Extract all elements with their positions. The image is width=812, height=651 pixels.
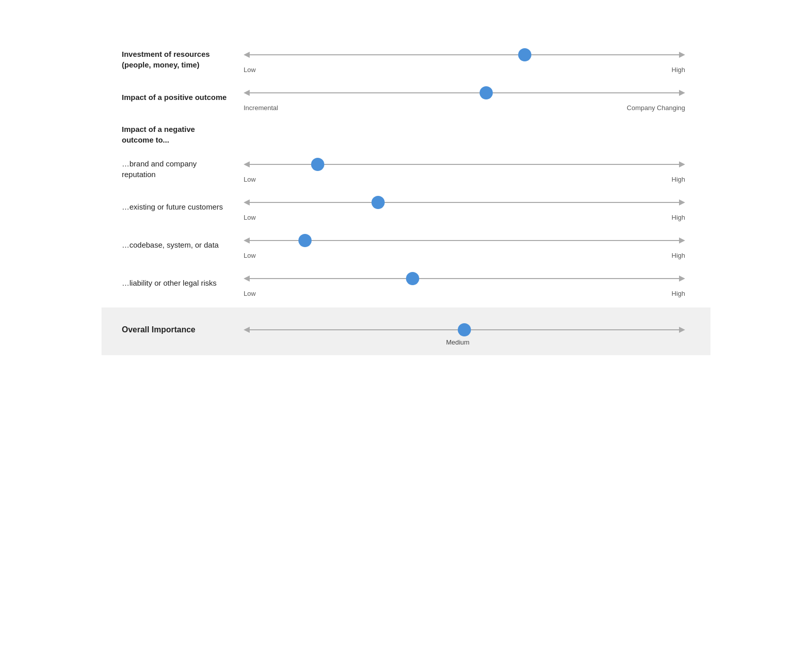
end-labels-positive-outcome: IncrementalCompany Changing [239, 104, 690, 112]
axis-codebase [239, 230, 690, 251]
slider-codebase: LowHigh [239, 230, 690, 259]
dot-investment[interactable] [518, 48, 531, 61]
left-label-positive-outcome: Incremental [244, 104, 278, 112]
arrow-left-codebase [244, 237, 250, 244]
arrow-left-investment [244, 52, 250, 58]
end-labels-investment: LowHigh [239, 66, 690, 74]
axis-positive-outcome [239, 83, 690, 103]
overall-dot-label: Medium [446, 338, 469, 346]
left-label-investment: Low [244, 66, 256, 74]
row-investment: Investment of resources (people, money, … [122, 36, 690, 74]
arrow-right-customers [679, 199, 685, 205]
row-customers: …existing or future customersLowHigh [122, 183, 690, 221]
label-brand: …brand and company reputation [122, 158, 239, 180]
left-label-brand: Low [244, 176, 256, 183]
left-label-codebase: Low [244, 252, 256, 259]
dot-brand[interactable] [311, 158, 324, 171]
axis-brand [239, 154, 690, 175]
right-label-positive-outcome: Company Changing [627, 104, 685, 112]
arrow-right-positive-outcome [679, 90, 685, 96]
negative-section-header: Impact of a negative outcome to... [122, 112, 690, 145]
dot-codebase[interactable] [298, 234, 312, 247]
arrow-right-codebase [679, 237, 685, 244]
overall-row: Overall Importance Medium [122, 320, 690, 340]
right-label-brand: High [671, 176, 685, 183]
slider-customers: LowHigh [239, 192, 690, 221]
dot-positive-outcome[interactable] [480, 86, 493, 99]
right-label-codebase: High [671, 252, 685, 259]
row-liability: …liability or other legal risksLowHigh [122, 259, 690, 297]
axis-investment [239, 45, 690, 65]
right-label-customers: High [671, 214, 685, 221]
row-codebase: …codebase, system, or dataLowHigh [122, 221, 690, 259]
axis-customers [239, 192, 690, 213]
overall-arrow-right [679, 327, 685, 333]
left-label-liability: Low [244, 290, 256, 297]
slider-positive-outcome: IncrementalCompany Changing [239, 83, 690, 112]
end-labels-customers: LowHigh [239, 214, 690, 221]
axis-liability [239, 268, 690, 289]
label-positive-outcome: Impact of a positive outcome [122, 92, 239, 102]
axis-line-positive-outcome [249, 92, 680, 93]
axis-line-liability [249, 278, 680, 279]
label-investment: Investment of resources (people, money, … [122, 49, 239, 70]
arrow-right-brand [679, 161, 685, 167]
overall-axis: Medium [239, 320, 690, 340]
label-codebase: …codebase, system, or data [122, 239, 239, 250]
row-positive-outcome: Impact of a positive outcomeIncrementalC… [122, 74, 690, 112]
negative-section-label: Impact of a negative outcome to... [122, 124, 239, 145]
arrow-right-investment [679, 52, 685, 58]
arrow-left-brand [244, 161, 250, 167]
end-labels-codebase: LowHigh [239, 252, 690, 259]
overall-arrow-left [244, 327, 250, 333]
label-customers: …existing or future customers [122, 201, 239, 212]
overall-slider: Medium [239, 320, 690, 340]
slider-investment: LowHigh [239, 45, 690, 74]
axis-line-investment [249, 54, 680, 55]
label-liability: …liability or other legal risks [122, 278, 239, 288]
end-labels-liability: LowHigh [239, 290, 690, 297]
row-brand: …brand and company reputationLowHigh [122, 145, 690, 183]
overall-section: Overall Importance Medium [101, 307, 710, 355]
arrow-left-liability [244, 276, 250, 282]
dot-liability[interactable] [406, 272, 419, 285]
arrow-left-customers [244, 199, 250, 205]
end-labels-brand: LowHigh [239, 176, 690, 183]
right-label-liability: High [671, 290, 685, 297]
overall-label: Overall Importance [122, 325, 239, 334]
slider-liability: LowHigh [239, 268, 690, 297]
right-label-investment: High [671, 66, 685, 74]
arrow-left-positive-outcome [244, 90, 250, 96]
dot-customers[interactable] [371, 196, 385, 209]
arrow-right-liability [679, 276, 685, 282]
rows-container: Investment of resources (people, money, … [122, 36, 690, 297]
left-label-customers: Low [244, 214, 256, 221]
axis-line-customers [249, 202, 680, 203]
axis-line-codebase [249, 240, 680, 241]
slider-brand: LowHigh [239, 154, 690, 183]
overall-dot[interactable]: Medium [458, 323, 471, 336]
